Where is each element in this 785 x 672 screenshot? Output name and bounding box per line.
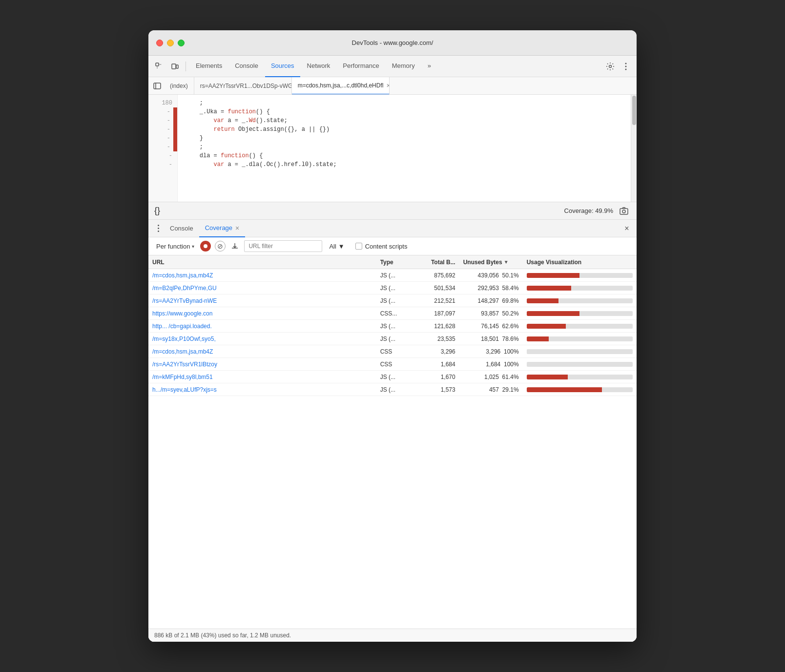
td-unused-bytes: 1,025 61.4% [459, 374, 523, 380]
panel-tab-coverage[interactable]: Coverage × [199, 220, 246, 237]
td-url[interactable]: /m=kMFpHd,sy8l,bm51 [148, 374, 376, 380]
line-num-6: - [148, 151, 177, 160]
td-type: JS (... [376, 285, 415, 292]
table-row[interactable]: h.../m=syev,aLUfP?xjs=s JS (... 1,573 45… [148, 383, 637, 396]
table-row[interactable]: /m=sy18x,P10Owf,syo5, JS (... 23,535 18,… [148, 333, 637, 345]
td-vis [523, 273, 637, 278]
tab-console[interactable]: Console [229, 56, 264, 77]
table-row[interactable]: /m=B2qlPe,DhPYme,GU JS (... 501,534 292,… [148, 282, 637, 294]
tab-performance[interactable]: Performance [337, 56, 385, 77]
sort-arrow-icon: ▼ [504, 259, 509, 265]
file-tab-rs[interactable]: rs=AA2YrTssrVR1...Obv1DSp-vWG36A [194, 77, 292, 95]
content-scripts-checkbox-label[interactable]: Content scripts [355, 243, 408, 250]
svg-rect-11 [620, 209, 628, 214]
code-line-4: return Object.assign({}, a || {}) [186, 125, 631, 134]
td-type: JS (... [376, 374, 415, 380]
settings-button[interactable] [603, 60, 617, 73]
vertical-scrollbar[interactable] [631, 95, 637, 202]
td-url[interactable]: /m=sy18x,P10Owf,syo5, [148, 336, 376, 342]
svg-point-7 [625, 65, 627, 67]
per-function-button[interactable]: Per function ▾ [154, 242, 196, 251]
table-row[interactable]: /m=kMFpHd,sy8l,bm51 JS (... 1,670 1,025 … [148, 371, 637, 383]
th-total-bytes[interactable]: Total B... [415, 259, 459, 266]
close-button[interactable] [156, 40, 163, 46]
tab-memory[interactable]: Memory [386, 56, 421, 77]
td-vis [523, 324, 637, 329]
capture-screenshot-button[interactable] [617, 204, 631, 218]
table-row[interactable]: /rs=AA2YrTvBynad-nWE JS (... 212,521 148… [148, 294, 637, 307]
td-url[interactable]: h.../m=syev,aLUfP?xjs=s [148, 386, 376, 393]
usage-bar-bg [527, 387, 633, 392]
table-row[interactable]: /rs=AA2YrTssrVR1lBtzoy CSS 1,684 1,684 1… [148, 358, 637, 371]
td-url[interactable]: /m=cdos,hsm,jsa,mb4Z [148, 348, 376, 355]
coverage-marker [173, 116, 177, 125]
scroll-thumb[interactable] [632, 96, 636, 125]
svg-point-12 [622, 210, 625, 213]
code-line-7: dla = function() { [186, 151, 631, 160]
content-scripts-checkbox[interactable] [355, 243, 362, 250]
usage-bar-used [527, 375, 568, 379]
th-type[interactable]: Type [376, 259, 415, 266]
minimize-button[interactable] [167, 40, 174, 46]
panel-toggle-button[interactable] [150, 79, 164, 93]
line-num-5: - [148, 143, 177, 151]
panel-close-button[interactable]: × [621, 223, 633, 234]
td-vis [523, 286, 637, 291]
inspect-element-button[interactable] [152, 60, 166, 73]
td-total-bytes: 187,097 [415, 310, 459, 317]
usage-bar-bg [527, 298, 633, 303]
panel-area: Console Coverage × × Per function ▾ ⊘ [148, 220, 637, 642]
maximize-button[interactable] [178, 40, 185, 46]
line-num-4: - [148, 134, 177, 143]
th-usage-vis[interactable]: Usage Visualization [523, 259, 637, 266]
menu-dot [158, 228, 159, 229]
device-toolbar-button[interactable] [168, 60, 182, 73]
panel-menu-button[interactable] [152, 223, 164, 234]
td-url[interactable]: /rs=AA2YrTvBynad-nWE [148, 297, 376, 304]
clear-button[interactable]: ⊘ [215, 241, 226, 252]
line-num-3: - [148, 125, 177, 134]
th-unused-bytes[interactable]: Unused Bytes ▼ [459, 259, 523, 266]
devtools-container: Elements Console Sources Network Perform… [148, 56, 637, 642]
table-row[interactable]: http... /cb=gapi.loaded. JS (... 121,628… [148, 320, 637, 333]
code-line-5: } [186, 134, 631, 143]
tab-elements[interactable]: Elements [190, 56, 228, 77]
usage-bar-bg [527, 286, 633, 291]
svg-rect-9 [154, 83, 161, 89]
filter-dropdown-button[interactable]: All ▼ [326, 242, 347, 251]
tab-more[interactable]: » [422, 56, 437, 77]
table-row[interactable]: https://www.google.con CSS... 187,097 93… [148, 307, 637, 320]
usage-bar-used [527, 311, 580, 316]
toolbar-right [603, 60, 633, 73]
td-url[interactable]: /m=B2qlPe,DhPYme,GU [148, 285, 376, 292]
record-button[interactable] [200, 241, 211, 252]
titlebar: DevTools - www.google.com/ [148, 30, 637, 56]
th-url[interactable]: URL [148, 259, 376, 266]
download-button[interactable] [229, 241, 240, 252]
coverage-marker [173, 134, 177, 143]
td-total-bytes: 875,692 [415, 272, 459, 279]
format-button[interactable]: {} [154, 206, 160, 216]
table-row[interactable]: /m=cdos,hsm,jsa,mb4Z CSS 3,296 3,296 100… [148, 345, 637, 358]
table-row[interactable]: /m=cdos,hsm,jsa,mb4Z JS (... 875,692 439… [148, 269, 637, 282]
usage-bar-bg [527, 311, 633, 316]
td-url[interactable]: https://www.google.con [148, 310, 376, 317]
svg-rect-3 [172, 64, 176, 69]
tab-network[interactable]: Network [301, 56, 336, 77]
usage-bar-bg [527, 273, 633, 278]
td-url[interactable]: /m=cdos,hsm,jsa,mb4Z [148, 272, 376, 279]
code-status-bar: {} Coverage: 49.9% [148, 202, 637, 220]
window-title: DevTools - www.google.com/ [352, 39, 434, 46]
td-total-bytes: 121,628 [415, 323, 459, 330]
td-url[interactable]: /rs=AA2YrTssrVR1lBtzoy [148, 361, 376, 368]
file-tab-close-icon[interactable]: × [386, 82, 389, 89]
more-options-button[interactable] [619, 60, 633, 73]
file-tab-index[interactable]: (index) [164, 77, 194, 95]
tab-sources[interactable]: Sources [265, 56, 300, 77]
usage-bar-used [527, 298, 558, 303]
panel-tab-console[interactable]: Console [164, 220, 199, 237]
td-url[interactable]: http... /cb=gapi.loaded. [148, 323, 376, 330]
file-tab-m[interactable]: m=cdos,hsm,jsa,...c,dtl0hd,eHDfl × [292, 77, 390, 95]
url-filter-input[interactable] [244, 240, 322, 252]
panel-tab-close-icon[interactable]: × [235, 224, 239, 232]
